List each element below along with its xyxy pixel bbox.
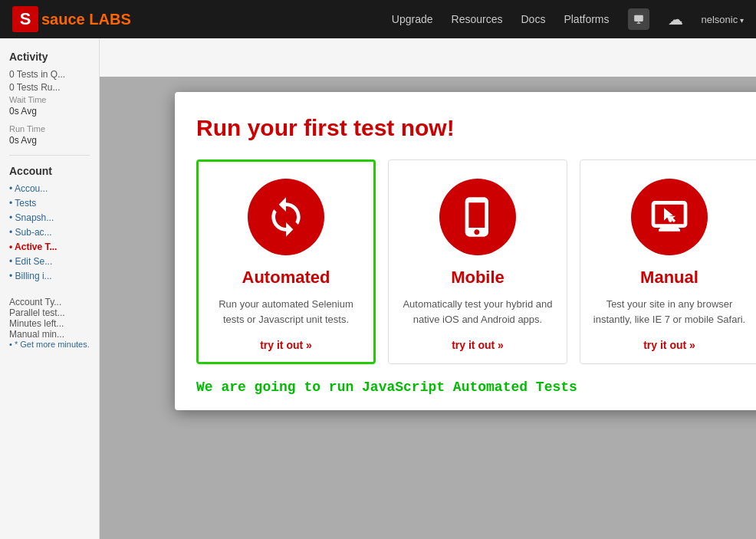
run-time-label: Run Time: [9, 124, 90, 133]
logo[interactable]: S sauce LABS: [12, 6, 131, 32]
account-section-title: Account: [9, 165, 90, 177]
tests-run-stat: 0 Tests Ru...: [9, 82, 90, 93]
manual-minutes-label: Manual min...: [9, 329, 90, 340]
wait-time-label: Wait Time: [9, 95, 90, 104]
screen-icon[interactable]: [628, 8, 649, 30]
automated-icon: [265, 196, 307, 238]
cards-row: Automated Run your automated Selenium te…: [196, 159, 756, 364]
minutes-left-label: Minutes left...: [9, 318, 90, 329]
sidebar-item-edit-settings[interactable]: Edit Se...: [9, 256, 90, 267]
mobile-card-title: Mobile: [451, 268, 505, 288]
logo-text: sauce LABS: [41, 11, 131, 28]
modal-overlay: × Run your first test now! Automated Run…: [100, 77, 756, 539]
automated-card[interactable]: Automated Run your automated Selenium te…: [196, 159, 376, 364]
manual-try-link[interactable]: try it out »: [643, 339, 695, 351]
modal-title: Run your first test now!: [196, 115, 756, 141]
svg-rect-0: [634, 15, 643, 21]
manual-icon: [648, 196, 691, 238]
manual-card-desc: Test your site in any browser instantly,…: [593, 297, 746, 327]
platforms-link[interactable]: Platforms: [564, 13, 609, 25]
modal-annotation: We are going to run JavaScript Automated…: [196, 380, 756, 395]
mobile-icon: [456, 196, 499, 238]
upgrade-link[interactable]: Upgrade: [392, 13, 433, 25]
sidebar-item-snapshots[interactable]: Snapsh...: [9, 212, 90, 223]
sidebar: Activity 0 Tests in Q... 0 Tests Ru... W…: [0, 38, 100, 539]
automated-try-link[interactable]: try it out »: [260, 339, 312, 351]
resources-link[interactable]: Resources: [452, 13, 503, 25]
sidebar-item-tests[interactable]: Tests: [9, 198, 90, 209]
manual-card-title: Manual: [640, 268, 698, 288]
manual-card[interactable]: Manual Test your site in any browser ins…: [580, 159, 756, 364]
page-content: × Run your first test now! Automated Run…: [100, 38, 756, 539]
activity-section-title: Activity: [9, 51, 90, 63]
modal-dialog: × Run your first test now! Automated Run…: [175, 92, 756, 410]
run-avg-value: 0s Avg: [9, 135, 90, 146]
tests-queue-stat: 0 Tests in Q...: [9, 69, 90, 80]
sidebar-divider: [9, 155, 90, 156]
cloud-icon[interactable]: ☁: [668, 10, 683, 28]
mobile-try-link[interactable]: try it out »: [452, 339, 504, 351]
navbar-links: Upgrade Resources Docs Platforms ☁ nelso…: [392, 8, 744, 30]
parallel-label: Parallel test...: [9, 307, 90, 318]
sidebar-item-billing[interactable]: Billing i...: [9, 271, 90, 281]
manual-icon-circle: [631, 179, 708, 255]
sidebar-item-subaccounts[interactable]: Sub-ac...: [9, 227, 90, 238]
navbar: S sauce LABS Upgrade Resources Docs Plat…: [0, 0, 756, 38]
wait-avg-value: 0s Avg: [9, 106, 90, 117]
main-area: Activity 0 Tests in Q... 0 Tests Ru... W…: [0, 38, 756, 539]
sidebar-item-active-tests[interactable]: Active T...: [9, 242, 90, 252]
mobile-card[interactable]: Mobile Automatically test your hybrid an…: [388, 159, 567, 364]
automated-card-desc: Run your automated Selenium tests or Jav…: [209, 297, 363, 327]
mobile-card-desc: Automatically test your hybrid and nativ…: [401, 297, 554, 327]
docs-link[interactable]: Docs: [521, 13, 545, 25]
automated-card-title: Automated: [242, 268, 330, 288]
automated-icon-circle: [248, 179, 324, 255]
user-menu[interactable]: nelsonic: [702, 14, 744, 25]
account-type-label: Account Ty...: [9, 297, 90, 307]
mobile-icon-circle: [439, 179, 516, 255]
logo-s-icon: S: [12, 6, 38, 32]
get-more-link[interactable]: * Get more minutes.: [9, 340, 90, 349]
sidebar-item-account[interactable]: Accou...: [9, 183, 90, 194]
